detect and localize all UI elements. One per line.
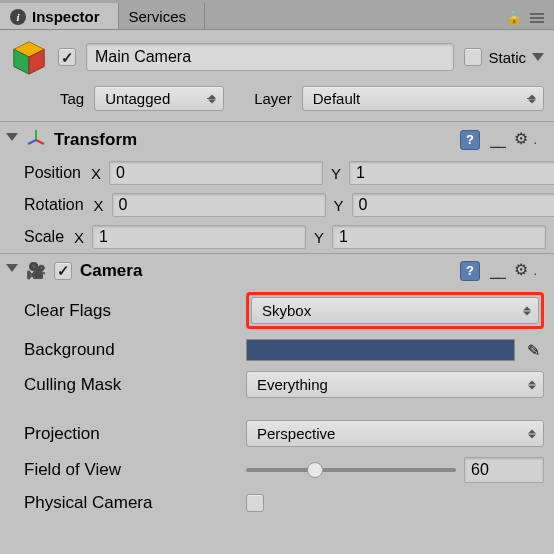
- tag-value: Untagged: [105, 90, 170, 107]
- scale-y-input[interactable]: [332, 225, 546, 249]
- culling-mask-row: Culling Mask Everything: [0, 366, 554, 403]
- scale-row: Scale X Y Z: [0, 221, 554, 253]
- background-color-swatch[interactable]: [246, 339, 515, 361]
- background-label: Background: [24, 340, 234, 360]
- svg-line-5: [28, 140, 36, 144]
- help-icon[interactable]: ?: [460, 261, 480, 281]
- gear-icon[interactable]: ⚙﹒: [514, 129, 544, 150]
- projection-dropdown[interactable]: Perspective: [246, 420, 544, 447]
- background-row: Background ✎: [0, 334, 554, 366]
- transform-header: Transform ? ⎯⎯ ⚙﹒: [0, 121, 554, 157]
- fov-input[interactable]: [464, 457, 544, 483]
- layer-label: Layer: [254, 90, 292, 107]
- culling-mask-dropdown[interactable]: Everything: [246, 371, 544, 398]
- camera-foldout[interactable]: [6, 264, 18, 278]
- clear-flags-label: Clear Flags: [24, 301, 234, 321]
- help-icon[interactable]: ?: [460, 130, 480, 150]
- transform-title: Transform: [54, 130, 137, 150]
- tab-label: Inspector: [32, 8, 100, 25]
- rotation-row: Rotation X Y Z: [0, 189, 554, 221]
- preset-icon[interactable]: ⎯⎯: [490, 131, 504, 148]
- static-toggle-group: Static: [464, 48, 544, 66]
- clear-flags-dropdown[interactable]: Skybox: [251, 297, 539, 324]
- fov-slider[interactable]: [246, 468, 456, 472]
- tab-services[interactable]: Services: [119, 3, 206, 29]
- fov-label: Field of View: [24, 460, 234, 480]
- active-checkbox[interactable]: [58, 48, 76, 66]
- position-label: Position: [24, 164, 81, 182]
- fov-row: Field of View: [0, 452, 554, 488]
- rotation-y-input[interactable]: [352, 193, 554, 217]
- camera-component-icon: 🎥: [26, 261, 46, 280]
- tab-right-controls: 🔒: [506, 10, 554, 29]
- position-row: Position X Y Z: [0, 157, 554, 189]
- tab-inspector[interactable]: i Inspector: [0, 3, 119, 29]
- static-dropdown-arrow[interactable]: [532, 53, 544, 61]
- fov-slider-thumb[interactable]: [307, 462, 323, 478]
- static-checkbox[interactable]: [464, 48, 482, 66]
- axis-y: Y: [329, 165, 343, 182]
- gameobject-cube-icon: [10, 38, 48, 76]
- tab-label: Services: [129, 8, 187, 25]
- tag-layer-row: Tag Untagged Layer Default: [0, 82, 554, 121]
- clear-flags-row: Clear Flags Skybox: [0, 287, 554, 334]
- static-label: Static: [488, 49, 526, 66]
- physical-camera-checkbox[interactable]: [246, 494, 264, 512]
- preset-icon[interactable]: ⎯⎯: [490, 262, 504, 279]
- projection-row: Projection Perspective: [0, 415, 554, 452]
- eyedropper-icon[interactable]: ✎: [523, 341, 544, 360]
- gameobject-header: Static: [0, 30, 554, 82]
- camera-enabled-checkbox[interactable]: [54, 262, 72, 280]
- tag-dropdown[interactable]: Untagged: [94, 86, 224, 111]
- camera-header: 🎥 Camera ? ⎯⎯ ⚙﹒: [0, 253, 554, 287]
- panel-menu-icon[interactable]: [530, 13, 544, 23]
- position-x-input[interactable]: [109, 161, 323, 185]
- layer-value: Default: [313, 90, 361, 107]
- camera-title: Camera: [80, 261, 142, 281]
- axis-x: X: [89, 165, 103, 182]
- info-icon: i: [10, 9, 26, 25]
- svg-line-4: [36, 140, 44, 144]
- physical-camera-label: Physical Camera: [24, 493, 234, 513]
- physical-camera-row: Physical Camera: [0, 488, 554, 518]
- clear-flags-highlight: Skybox: [246, 292, 544, 329]
- position-y-input[interactable]: [349, 161, 554, 185]
- tab-bar: i Inspector Services 🔒: [0, 0, 554, 30]
- scale-label: Scale: [24, 228, 64, 246]
- rotation-label: Rotation: [24, 196, 84, 214]
- projection-value: Perspective: [257, 425, 335, 442]
- culling-mask-label: Culling Mask: [24, 375, 234, 395]
- gear-icon[interactable]: ⚙﹒: [514, 260, 544, 281]
- layer-dropdown[interactable]: Default: [302, 86, 544, 111]
- rotation-x-input[interactable]: [112, 193, 326, 217]
- projection-label: Projection: [24, 424, 234, 444]
- lock-icon[interactable]: 🔒: [506, 10, 522, 25]
- tag-label: Tag: [60, 90, 84, 107]
- culling-mask-value: Everything: [257, 376, 328, 393]
- clear-flags-value: Skybox: [262, 302, 311, 319]
- transform-foldout[interactable]: [6, 133, 18, 147]
- gameobject-name-input[interactable]: [86, 43, 454, 71]
- scale-x-input[interactable]: [92, 225, 306, 249]
- transform-axes-icon: [26, 128, 46, 151]
